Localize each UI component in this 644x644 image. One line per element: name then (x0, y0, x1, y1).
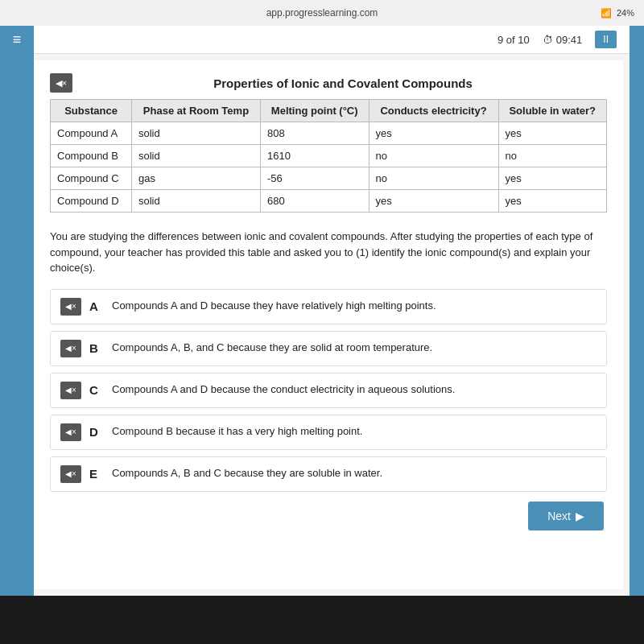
speaker-icon: ◀× (65, 302, 76, 311)
question-area: ◀× Properties of Ionic and Covalent Comp… (34, 60, 623, 589)
next-arrow-icon: ▶ (576, 510, 584, 522)
option-audio-button-a[interactable]: ◀× (60, 298, 81, 316)
option-text: Compounds A, B, and C because they are s… (112, 341, 432, 355)
speaker-icon: ◀× (65, 427, 76, 436)
answer-option-a[interactable]: ◀×ACompounds A and D because they have r… (50, 289, 607, 324)
next-area: Next ▶ (50, 492, 607, 534)
next-label: Next (547, 510, 571, 522)
option-text: Compound B because it has a very high me… (112, 424, 362, 439)
table-cell: Compound A (51, 122, 132, 145)
right-sidebar (630, 26, 644, 596)
table-cell: yes (369, 122, 498, 145)
progress-text: 9 of 10 (497, 34, 530, 46)
speaker-icon: ◀× (65, 386, 76, 394)
table-cell: yes (498, 122, 607, 145)
option-letter: D (89, 425, 104, 439)
option-letter: E (89, 467, 104, 481)
col-header-phase: Phase at Room Temp (132, 100, 261, 122)
url-bar: app.progresslearning.com (266, 7, 378, 19)
table-cell: Compound C (51, 167, 132, 190)
battery-text: 24% (617, 8, 634, 18)
table-cell: yes (498, 167, 607, 190)
col-header-substance: Substance (51, 100, 132, 122)
clock-icon: ⏱ (543, 34, 553, 46)
answer-option-b[interactable]: ◀×BCompounds A, B, and C because they ar… (50, 331, 607, 366)
table-cell: yes (369, 190, 498, 213)
question-text: You are studying the differences between… (50, 229, 607, 276)
hamburger-icon[interactable]: ≡ (13, 32, 22, 47)
col-header-conducts: Conducts electricity? (369, 100, 498, 122)
col-header-soluble: Soluble in water? (498, 100, 607, 122)
table-cell: no (369, 145, 498, 167)
table-cell: gas (132, 167, 261, 190)
table-cell: solid (132, 145, 261, 167)
table-header-row: ◀× Properties of Ionic and Covalent Comp… (50, 73, 607, 93)
left-sidebar: ≡ (0, 26, 34, 596)
next-button[interactable]: Next ▶ (528, 502, 604, 530)
pause-button[interactable]: II (595, 31, 617, 48)
table-cell: Compound B (51, 145, 132, 167)
answer-option-e[interactable]: ◀×ECompounds A, B and C because they are… (50, 456, 607, 492)
table-row: Compound Dsolid680yesyes (51, 190, 607, 213)
option-text: Compounds A, B and C because they are so… (112, 466, 382, 481)
wifi-icon: 📶 (601, 8, 612, 19)
table-cell: 1610 (260, 145, 369, 167)
table-cell: Compound D (51, 190, 132, 213)
option-letter: A (89, 299, 104, 313)
speaker-icon: ◀× (65, 344, 76, 353)
option-text: Compounds A and D because the conduct el… (112, 382, 455, 397)
table-cell: solid (132, 122, 261, 145)
table-row: Compound Asolid808yesyes (51, 122, 607, 145)
option-letter: C (89, 383, 104, 397)
timer: ⏱ 09:41 (543, 34, 583, 46)
col-header-melting: Melting point (°C) (260, 100, 369, 122)
option-audio-button-b[interactable]: ◀× (60, 340, 81, 357)
table-cell: no (369, 167, 498, 190)
table-row: Compound Bsolid1610nono (51, 145, 607, 167)
speaker-icon: ◀× (65, 469, 76, 478)
option-audio-button-e[interactable]: ◀× (60, 465, 81, 483)
table-row: Compound Cgas-56noyes (51, 167, 607, 190)
content-panel: 9 of 10 ⏱ 09:41 II ◀× Properties of Ioni… (34, 26, 630, 596)
table-cell: solid (132, 190, 261, 213)
table-cell: -56 (260, 167, 369, 190)
timer-text: 09:41 (556, 34, 583, 46)
table-section: ◀× Properties of Ionic and Covalent Comp… (50, 73, 607, 213)
bottom-bar (0, 596, 644, 644)
option-letter: B (89, 341, 104, 355)
option-audio-button-c[interactable]: ◀× (60, 382, 81, 399)
answer-option-c[interactable]: ◀×CCompounds A and D because the conduct… (50, 373, 607, 408)
table-cell: yes (498, 190, 607, 213)
answer-option-d[interactable]: ◀×DCompound B because it has a very high… (50, 415, 607, 450)
browser-bar: app.progresslearning.com 📶 24% (0, 0, 644, 26)
answer-options: ◀×ACompounds A and D because they have r… (50, 289, 607, 492)
top-bar: 9 of 10 ⏱ 09:41 II (34, 26, 630, 54)
option-audio-button-d[interactable]: ◀× (60, 423, 81, 441)
status-bar: 📶 24% (601, 8, 634, 19)
table-title: Properties of Ionic and Covalent Compoun… (79, 76, 607, 90)
table-cell: 680 (260, 190, 369, 213)
option-text: Compounds A and D because they have rela… (112, 299, 436, 313)
table-cell: no (498, 145, 607, 167)
table-cell: 808 (260, 122, 369, 145)
properties-table: Substance Phase at Room Temp Melting poi… (50, 99, 607, 213)
speaker-icon: ◀× (56, 78, 67, 89)
table-audio-button[interactable]: ◀× (50, 73, 72, 93)
